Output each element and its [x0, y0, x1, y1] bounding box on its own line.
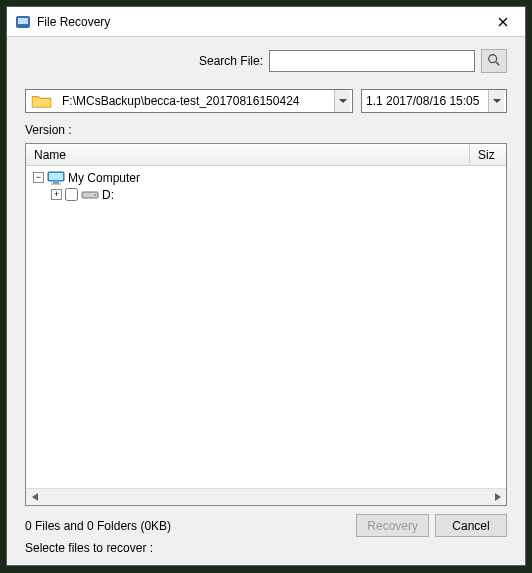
scroll-right-icon[interactable] [489, 489, 506, 506]
version-value: 1.1 2017/08/16 15:05 [364, 94, 488, 108]
tree-row-drive-d[interactable]: + D: [30, 186, 506, 203]
version-combo[interactable]: 1.1 2017/08/16 15:05 [361, 89, 507, 113]
window-title: File Recovery [37, 15, 480, 29]
file-recovery-window: File Recovery Search File: F:\MCsBackup\… [6, 6, 526, 566]
chevron-down-icon [488, 90, 504, 112]
tree-node-label: D: [102, 188, 114, 202]
svg-rect-7 [49, 173, 63, 180]
dialog-body: Search File: F:\MCsBackup\becca-test_201… [7, 37, 525, 565]
column-name[interactable]: Name [26, 144, 470, 165]
search-icon [487, 53, 501, 70]
backup-path-value: F:\MCsBackup\becca-test_20170816150424 [60, 94, 334, 108]
horizontal-scrollbar[interactable] [26, 488, 506, 505]
svg-line-5 [496, 61, 500, 65]
svg-point-11 [94, 194, 96, 196]
monitor-icon [47, 171, 65, 185]
svg-rect-9 [51, 183, 61, 184]
tree-row-my-computer[interactable]: − My Computer [30, 169, 506, 186]
footer: 0 Files and 0 Folders (0KB) Recovery Can… [25, 506, 507, 555]
search-label: Search File: [199, 54, 263, 68]
scroll-track[interactable] [43, 489, 489, 506]
folder-icon [28, 92, 56, 110]
tree-node-label: My Computer [68, 171, 140, 185]
column-size[interactable]: Siz [470, 144, 506, 165]
file-tree-panel: Name Siz − My Computer + [25, 143, 507, 506]
close-button[interactable] [480, 7, 525, 37]
tree-body[interactable]: − My Computer + D: [26, 166, 506, 488]
app-icon [15, 14, 31, 30]
instruction-text: Selecte files to recover : [25, 541, 507, 555]
version-label: Version : [25, 123, 507, 137]
svg-point-4 [489, 54, 497, 62]
collapse-icon[interactable]: − [33, 172, 44, 183]
backup-path-combo[interactable]: F:\MCsBackup\becca-test_20170816150424 [25, 89, 353, 113]
drive-icon [81, 188, 99, 202]
scroll-left-icon[interactable] [26, 489, 43, 506]
svg-rect-8 [53, 182, 59, 184]
drive-checkbox[interactable] [65, 188, 78, 201]
svg-rect-1 [18, 18, 28, 24]
search-button[interactable] [481, 49, 507, 73]
search-row: Search File: [25, 49, 507, 73]
expand-icon[interactable]: + [51, 189, 62, 200]
selection-status: 0 Files and 0 Folders (0KB) [25, 519, 350, 533]
chevron-down-icon [334, 90, 350, 112]
titlebar: File Recovery [7, 7, 525, 37]
recovery-button[interactable]: Recovery [356, 514, 429, 537]
cancel-button[interactable]: Cancel [435, 514, 507, 537]
path-row: F:\MCsBackup\becca-test_20170816150424 1… [25, 89, 507, 113]
search-input[interactable] [269, 50, 475, 72]
tree-header: Name Siz [26, 144, 506, 166]
